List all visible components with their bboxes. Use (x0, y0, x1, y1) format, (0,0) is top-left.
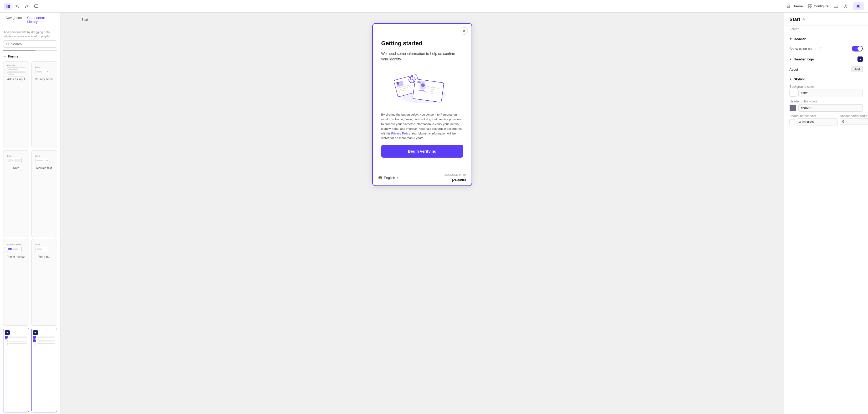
component-card-starred-2[interactable]: ★ (31, 328, 57, 412)
right-section-styling: ▼ Styling Background color Header button… (784, 74, 868, 127)
component-card-country-select[interactable]: Label ▾ Country select (31, 61, 57, 148)
redo-button[interactable] (23, 3, 30, 10)
right-panel-screen-label: Screen (784, 26, 868, 34)
configure-button[interactable]: Configure (808, 4, 829, 8)
configure-label: Configure (814, 4, 829, 8)
preview-button[interactable] (33, 3, 40, 10)
star-rows (33, 336, 56, 345)
header-border-width-input-row: PX (840, 119, 868, 125)
section-chevron-icon: ▼ (789, 78, 792, 81)
star-rows (5, 336, 27, 345)
component-preview: Label (34, 242, 55, 254)
theme-button[interactable]: Theme (786, 4, 803, 8)
header-border-width-input[interactable] (840, 119, 868, 125)
header-border-width-col: Header border width PX (840, 114, 868, 126)
scroll-indicator (3, 50, 57, 51)
svg-rect-2 (34, 5, 38, 7)
header-btn-color-label: Header button color (789, 100, 863, 103)
hint-text: Add components by dragging onto eligible… (0, 27, 60, 40)
modal-consent-text: By clicking the button below, you consen… (381, 113, 463, 140)
bg-color-swatch[interactable] (789, 90, 796, 97)
topbar-left (4, 3, 40, 10)
section-forms-header[interactable]: ▼ Forms (0, 53, 60, 60)
component-label: Phone number (6, 255, 26, 258)
section-chevron-icon: ▼ (789, 38, 792, 40)
modal-body: Getting started We need some information… (373, 35, 471, 170)
bg-color-input[interactable] (798, 90, 863, 97)
section-chevron-icon: ▼ (4, 55, 6, 58)
privacy-policy-link[interactable]: Privacy Policy (391, 132, 410, 135)
modal-footer: English ▾ SECURED WITH persona (373, 170, 471, 186)
right-section-header-toggle[interactable]: ▼ Header (784, 34, 868, 44)
header-border-width-label: Header border width (840, 114, 868, 118)
right-section-header: ▼ Header Show close button ? (784, 34, 868, 53)
header-btn-color-input[interactable] (798, 104, 863, 112)
search-box[interactable] (3, 40, 57, 47)
right-section-header-logo: ▼ Header logo ★ Asset Add (784, 53, 868, 74)
header-border-color-col: Header border color (789, 114, 838, 126)
keyboard-shortcut-button[interactable] (834, 4, 838, 8)
component-preview: Date ▾ (5, 153, 27, 165)
svg-rect-28 (413, 79, 444, 103)
star-badge-icon: ★ (33, 330, 38, 335)
section-header-label: Header (794, 37, 806, 41)
right-panel-header: Start ✎ (784, 12, 868, 26)
edit-icon[interactable]: ✎ (802, 18, 805, 22)
svg-rect-7 (810, 6, 812, 8)
modal-close-button[interactable]: ✕ (461, 27, 468, 35)
language-selector[interactable]: English ▾ (378, 176, 398, 180)
language-label: English (384, 176, 395, 180)
publish-button[interactable] (853, 2, 864, 10)
search-icon (6, 42, 9, 46)
undo-button[interactable] (14, 3, 21, 10)
svg-rect-4 (808, 4, 810, 6)
component-card-starred-1[interactable]: ★ (3, 328, 29, 412)
header-border-color-input[interactable] (797, 119, 838, 126)
component-preview: Label (34, 153, 55, 165)
component-card-address-input[interactable]: Address Address input (3, 61, 29, 148)
component-card-text-input[interactable]: Label Text input (31, 239, 57, 326)
component-label: Text input (38, 255, 50, 258)
svg-rect-12 (857, 5, 859, 7)
component-card-masked-text[interactable]: Label Masked text (31, 150, 57, 237)
theme-label: Theme (792, 4, 803, 8)
main-layout: Navigation Component Library Add compone… (0, 12, 868, 414)
toggle-knob (858, 46, 862, 51)
info-icon[interactable]: ? (818, 47, 822, 51)
begin-verifying-button[interactable]: Begin verifying (381, 145, 463, 158)
header-btn-color-swatch[interactable] (789, 104, 796, 112)
modal-wrapper: ✕ Getting started We need some informati… (372, 23, 472, 186)
svg-point-10 (845, 7, 846, 7)
svg-rect-5 (810, 4, 812, 6)
show-close-button-row: Show close button ? (784, 44, 868, 53)
add-asset-button[interactable]: Add (851, 66, 863, 72)
components-grid: Address Address input Label (0, 60, 60, 414)
svg-rect-1 (8, 5, 10, 8)
svg-rect-6 (808, 6, 810, 8)
sidebar-toggle-button[interactable] (4, 3, 11, 10)
right-section-styling-toggle[interactable]: ▼ Styling (784, 74, 868, 84)
topbar: Theme Configure (0, 0, 868, 12)
section-styling-label: Styling (794, 77, 805, 81)
tab-component-library[interactable]: Component Library (25, 12, 57, 27)
modal-subtitle: We need some information to help us conf… (381, 51, 463, 62)
component-preview: Phone number 🏳 (5, 242, 27, 254)
section-chevron-icon: ▼ (789, 58, 792, 61)
header-border-color-swatch[interactable] (789, 119, 795, 125)
component-preview: Address (5, 64, 27, 76)
bg-color-label: Background color (789, 85, 863, 89)
left-panel-tabs: Navigation Component Library (0, 12, 60, 27)
header-border-color-label: Header border color (789, 114, 838, 118)
modal-illustration (381, 66, 463, 108)
tab-navigation[interactable]: Navigation (3, 12, 25, 27)
help-button[interactable] (843, 4, 847, 8)
svg-rect-0 (6, 5, 8, 8)
right-panel-title: Start (789, 17, 800, 22)
component-card-phone-number[interactable]: Phone number 🏳 Phone number (3, 239, 29, 326)
show-close-button-toggle[interactable] (852, 46, 863, 52)
search-input[interactable] (11, 42, 54, 46)
component-card-date[interactable]: Date ▾ Date (3, 150, 29, 237)
right-section-header-logo-toggle[interactable]: ▼ Header logo ★ (784, 53, 868, 65)
topbar-right: Theme Configure (786, 2, 864, 10)
header-border-row: Header border color Header border width … (784, 113, 868, 127)
